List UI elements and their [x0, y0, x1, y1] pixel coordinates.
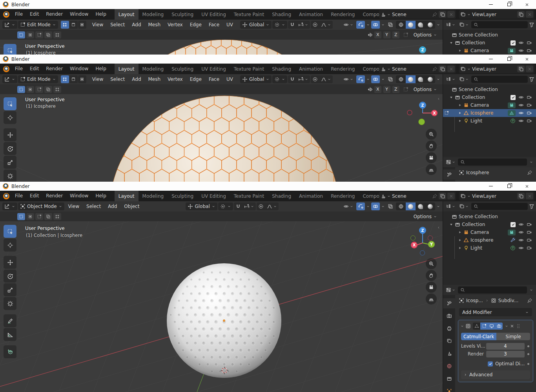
scene-selector[interactable]: Scene: [379, 10, 456, 19]
menu-face[interactable]: Face: [206, 22, 222, 27]
mirror-z-button[interactable]: Z: [392, 31, 399, 38]
move-tool[interactable]: [4, 256, 16, 269]
edge-select-mode[interactable]: [69, 21, 78, 29]
show-overlays-toggle[interactable]: [371, 202, 380, 210]
breadcrumb-modifier[interactable]: Subdiv...: [498, 298, 518, 303]
material-preview-button[interactable]: [416, 21, 425, 29]
outliner-search-input[interactable]: [471, 21, 528, 28]
show-gizmo-toggle[interactable]: [356, 21, 365, 29]
properties-search-input[interactable]: [458, 159, 527, 166]
transform-tool[interactable]: [4, 297, 16, 310]
rotate-tool[interactable]: [4, 270, 16, 283]
show-on-cage-toggle[interactable]: [473, 323, 480, 330]
mode-selector[interactable]: Object Mode: [18, 202, 64, 210]
xray-toggle[interactable]: [386, 75, 395, 83]
hide-eye-icon[interactable]: [518, 40, 524, 46]
chevron-down-icon[interactable]: [436, 204, 440, 208]
tab-scene[interactable]: [443, 348, 455, 359]
expand-icon[interactable]: [458, 111, 462, 115]
tab-uv-editing[interactable]: UV Editing: [197, 64, 230, 74]
show-gizmo-toggle[interactable]: [356, 202, 365, 210]
properties-options[interactable]: [528, 286, 534, 294]
properties-options[interactable]: [528, 158, 534, 166]
tab-texture-paint[interactable]: Texture Paint: [230, 64, 268, 74]
collapse-icon[interactable]: [449, 222, 453, 226]
minimize-button[interactable]: [482, 55, 500, 64]
hide-eye-icon[interactable]: [518, 222, 524, 227]
viewlayer-selector[interactable]: ViewLayer: [459, 64, 534, 73]
tab-texture-paint[interactable]: Texture Paint: [230, 9, 268, 20]
pivot-selector[interactable]: [272, 21, 287, 29]
orientation-selector[interactable]: Global: [240, 75, 272, 83]
pan-button[interactable]: [426, 270, 437, 281]
simple-button[interactable]: Simple: [496, 333, 530, 340]
add-modifier-dropdown[interactable]: Add Modifier: [459, 308, 532, 316]
face-select-mode[interactable]: [78, 21, 86, 29]
render-visibility-icon[interactable]: [527, 245, 532, 251]
falloff-selector[interactable]: [319, 21, 333, 29]
show-gizmo-toggle[interactable]: [356, 75, 365, 83]
delete-scene-button[interactable]: [447, 11, 455, 18]
mode-selector[interactable]: Edit Mode: [18, 21, 58, 29]
hide-eye-icon[interactable]: [518, 230, 524, 235]
expand-icon[interactable]: [458, 119, 462, 123]
mirror-z-button[interactable]: Z: [392, 86, 399, 93]
falloff-selector[interactable]: [319, 75, 333, 83]
tab-texture-paint[interactable]: Texture Paint: [230, 191, 268, 201]
snap-toggle[interactable]: [288, 21, 297, 29]
zoom-button[interactable]: [426, 258, 437, 269]
menu-view[interactable]: View: [89, 22, 106, 27]
tab-collection[interactable]: [443, 374, 455, 384]
snap-toggle[interactable]: [288, 75, 297, 83]
render-visibility-icon[interactable]: [527, 237, 532, 243]
vertex-select-mode[interactable]: [61, 21, 69, 29]
blender-menu-icon[interactable]: [3, 193, 9, 199]
pivot-selector[interactable]: [272, 75, 287, 83]
collapse-sidebar-icon[interactable]: [437, 226, 441, 230]
wireframe-shading-button[interactable]: [396, 75, 406, 83]
chevron-down-icon[interactable]: [381, 77, 385, 81]
levels-viewport-field[interactable]: 4: [486, 343, 525, 350]
snap-proportional-icon[interactable]: [403, 87, 408, 92]
menu-vertex[interactable]: Vertex: [164, 77, 186, 82]
menu-mesh[interactable]: Mesh: [145, 77, 164, 82]
wireframe-shading-button[interactable]: [396, 21, 406, 29]
show-in-viewport-toggle[interactable]: [488, 323, 495, 330]
tab-animation[interactable]: Animation: [295, 9, 327, 20]
mode-selector[interactable]: Edit Mode: [18, 75, 58, 83]
pan-button[interactable]: [426, 140, 437, 151]
delete-viewlayer-button[interactable]: [526, 66, 533, 72]
material-preview-button[interactable]: [416, 75, 425, 83]
chevron-down-icon[interactable]: [366, 77, 370, 81]
tab-layout[interactable]: Layout: [115, 9, 139, 20]
axis-z-ball[interactable]: Z: [419, 102, 426, 109]
minimize-button[interactable]: [482, 0, 500, 9]
render-visibility-icon[interactable]: [527, 222, 532, 227]
menu-edit[interactable]: Edit: [26, 9, 42, 20]
select-new-button[interactable]: [17, 213, 25, 220]
select-invert-button[interactable]: [44, 213, 52, 220]
menu-select[interactable]: Select: [107, 22, 128, 27]
tab-modifiers[interactable]: [443, 298, 455, 308]
row-light[interactable]: Light: [443, 244, 536, 252]
mirror-x-button[interactable]: X: [374, 31, 381, 38]
snap-target-selector[interactable]: [242, 202, 256, 210]
expand-icon[interactable]: [458, 246, 462, 250]
select-intersect-button[interactable]: [53, 86, 61, 93]
collection-checkbox[interactable]: [510, 222, 516, 227]
row-light[interactable]: Light: [443, 117, 536, 125]
menu-face[interactable]: Face: [206, 77, 222, 82]
select-box-tool[interactable]: [4, 225, 16, 238]
titlebar[interactable]: Blender: [0, 55, 536, 64]
menu-view[interactable]: View: [89, 77, 106, 82]
menu-help[interactable]: Help: [92, 191, 109, 201]
proportional-editing-toggle[interactable]: [311, 75, 319, 83]
chevron-down-icon[interactable]: [366, 23, 370, 27]
advanced-section[interactable]: Advanced: [461, 370, 530, 379]
new-viewlayer-button[interactable]: [517, 193, 525, 199]
menu-edit[interactable]: Edit: [26, 64, 42, 74]
menu-object[interactable]: Object: [121, 204, 142, 209]
vertex-select-mode[interactable]: [61, 75, 69, 83]
filter-icon[interactable]: [529, 77, 534, 82]
viewport-3d[interactable]: User Perspective (1) Collection | Icosph…: [0, 221, 443, 392]
